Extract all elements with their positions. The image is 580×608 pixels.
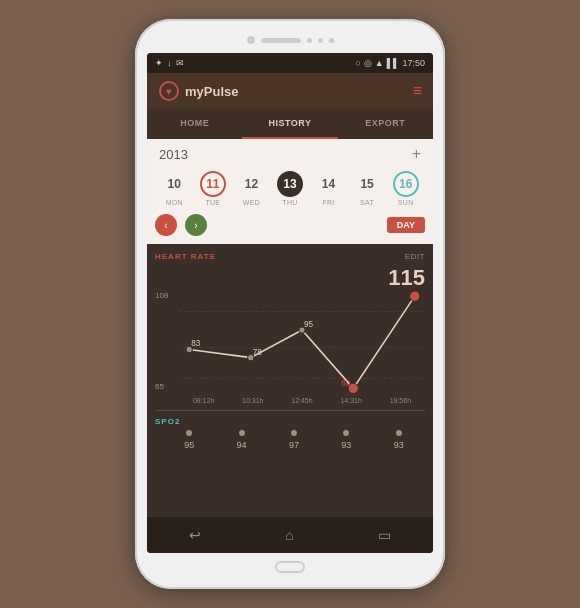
spo2-dot-4	[396, 430, 402, 436]
home-button[interactable]: ⌂	[285, 527, 293, 543]
phone-frame: ✦ ↓ ✉ ○ ◎ ▲ ▌▌ 17:50 ♥ myPulse ≡	[135, 19, 445, 589]
arrows-row: ‹ › DAY	[147, 210, 433, 240]
spo2-values: 95 94 97 93 93	[155, 440, 425, 450]
cal-dayname-6: SUN	[398, 199, 414, 206]
spo2-val-2: 97	[289, 440, 299, 450]
menu-icon[interactable]: ≡	[413, 82, 421, 100]
y-label-bot: 65	[155, 382, 168, 391]
x-label-2: 12:45h	[291, 397, 312, 404]
spo2-val-1: 94	[237, 440, 247, 450]
network-icon: ▲	[375, 58, 384, 68]
alarm-icon: ○	[355, 58, 360, 68]
cal-num-2: 12	[238, 171, 264, 197]
phone-screen: ✦ ↓ ✉ ○ ◎ ▲ ▌▌ 17:50 ♥ myPulse ≡	[147, 53, 433, 553]
speaker	[261, 38, 301, 43]
status-right-icons: ○ ◎ ▲ ▌▌ 17:50	[355, 58, 425, 68]
y-label-top: 108	[155, 291, 168, 300]
spo2-section: SPO2 95 94 97 93 93	[155, 417, 425, 450]
sensor-dot3	[329, 38, 334, 43]
spo2-dot-3	[343, 430, 349, 436]
cal-dayname-2: WED	[243, 199, 260, 206]
cal-dayname-0: MON	[166, 199, 183, 206]
year-label: 2013	[159, 147, 188, 162]
phone-top-sensors	[147, 31, 433, 49]
cal-day-1[interactable]: 11 TUE	[200, 171, 226, 206]
year-row: 2013 +	[147, 139, 433, 167]
x-label-4: 19:56h	[390, 397, 411, 404]
download-icon: ↓	[167, 58, 172, 68]
status-bar: ✦ ↓ ✉ ○ ◎ ▲ ▌▌ 17:50	[147, 53, 433, 73]
cal-day-6[interactable]: 16 SUN	[393, 171, 419, 206]
cal-num-1: 11	[200, 171, 226, 197]
signal-icon: ✦	[155, 58, 163, 68]
physical-home-button[interactable]	[275, 561, 305, 573]
cal-num-5: 15	[354, 171, 380, 197]
recents-button[interactable]: ▭	[378, 527, 391, 543]
chart-edit-button[interactable]: EDIT	[405, 252, 425, 261]
cal-num-6: 16	[393, 171, 419, 197]
spo2-val-0: 95	[184, 440, 194, 450]
spo2-dots	[155, 430, 425, 436]
chart-divider	[155, 410, 425, 411]
chart-current-value: 115	[388, 265, 425, 290]
cal-dayname-3: THU	[282, 199, 297, 206]
app-name: myPulse	[185, 84, 238, 99]
tab-export[interactable]: EXPORT	[338, 109, 433, 139]
tab-history[interactable]: HISTORY	[242, 109, 337, 139]
tab-home[interactable]: HOME	[147, 109, 242, 139]
chart-x-labels: 08:12h 10:31h 12:45h 14:31h 19:56h	[155, 397, 425, 404]
nav-tabs: HOME HISTORY EXPORT	[147, 109, 433, 139]
day-badge: DAY	[387, 217, 425, 233]
calendar-row: 10 MON 11 TUE 12 WED 13 THU 14 FRI	[147, 167, 433, 210]
heart-icon: ♥	[159, 81, 179, 101]
spo2-dot-2	[291, 430, 297, 436]
cal-day-4[interactable]: 14 FRI	[316, 171, 342, 206]
main-content: 2013 + 10 MON 11 TUE 12 WED 13	[147, 139, 433, 517]
x-label-1: 10:31h	[242, 397, 263, 404]
spo2-val-4: 93	[394, 440, 404, 450]
cal-dayname-5: SAT	[360, 199, 374, 206]
wifi-icon: ◎	[364, 58, 372, 68]
battery-icon: ▌▌	[387, 58, 400, 68]
chart-header: HEART RATE EDIT	[155, 252, 425, 261]
status-left-icons: ✦ ↓ ✉	[155, 58, 184, 68]
cal-dayname-1: TUE	[205, 199, 220, 206]
camera-dot	[247, 36, 255, 44]
cal-day-2[interactable]: 12 WED	[238, 171, 264, 206]
prev-button[interactable]: ‹	[155, 214, 177, 236]
add-year-button[interactable]: +	[412, 145, 421, 163]
cal-day-0[interactable]: 10 MON	[161, 171, 187, 206]
sensor-dot2	[318, 38, 323, 43]
svg-text:95: 95	[304, 320, 314, 329]
app-header: ♥ myPulse ≡	[147, 73, 433, 109]
chart-y-labels: 108 65	[155, 291, 168, 391]
spo2-dot-1	[239, 430, 245, 436]
spo2-dot-0	[186, 430, 192, 436]
spo2-val-3: 93	[341, 440, 351, 450]
x-label-3: 14:31h	[340, 397, 361, 404]
bottom-nav: ↩ ⌂ ▭	[147, 517, 433, 553]
sensor-dot	[307, 38, 312, 43]
mail-icon: ✉	[176, 58, 184, 68]
heart-chart: 108 65	[155, 291, 425, 391]
svg-text:83: 83	[191, 339, 201, 348]
next-button[interactable]: ›	[185, 214, 207, 236]
cal-num-3: 13	[277, 171, 303, 197]
app-brand: ♥ myPulse	[159, 81, 238, 101]
chart-area: HEART RATE EDIT 115 108 65	[147, 244, 433, 517]
svg-point-7	[410, 291, 420, 301]
heart-chart-svg: 83 78 95 60	[179, 291, 425, 394]
x-label-0: 08:12h	[193, 397, 214, 404]
cal-num-0: 10	[161, 171, 187, 197]
svg-text:78: 78	[253, 348, 263, 357]
chart-title: HEART RATE	[155, 252, 216, 261]
cal-day-3[interactable]: 13 THU	[277, 171, 303, 206]
back-button[interactable]: ↩	[189, 527, 201, 543]
cal-num-4: 14	[316, 171, 342, 197]
cal-dayname-4: FRI	[322, 199, 334, 206]
svg-text:60: 60	[341, 379, 351, 388]
phone-bottom	[147, 557, 433, 577]
cal-day-5[interactable]: 15 SAT	[354, 171, 380, 206]
time-label: 17:50	[402, 58, 425, 68]
spo2-title: SPO2	[155, 417, 425, 426]
